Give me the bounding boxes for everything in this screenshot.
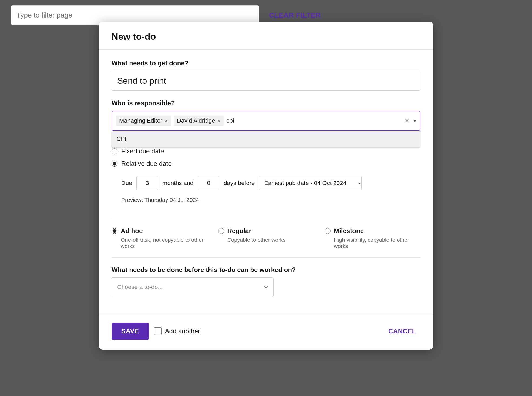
modal-body: What needs to get done? Who is responsib… xyxy=(99,50,433,307)
due-label: Due xyxy=(121,180,132,187)
add-another-label[interactable]: Add another xyxy=(165,327,200,335)
responsible-dropdown: CPI xyxy=(111,131,421,148)
prerequisite-select[interactable]: Choose a to-do... xyxy=(112,277,274,297)
divider-3 xyxy=(112,257,420,258)
relative-date-label[interactable]: Relative due date xyxy=(121,160,172,167)
remove-david-aldridge-button[interactable]: × xyxy=(217,118,221,123)
milestone-description: High visibility, copyable to other works xyxy=(325,237,420,249)
save-button[interactable]: SAVE xyxy=(112,323,149,340)
task-type-milestone: Milestone High visibility, copyable to o… xyxy=(325,227,420,249)
adhoc-radio[interactable] xyxy=(112,228,117,234)
date-options-section: Fixed due date Relative due date Due mon… xyxy=(112,147,420,211)
relative-date-radio[interactable] xyxy=(112,161,117,167)
dropdown-item-cpi[interactable]: CPI xyxy=(111,131,421,147)
clear-filter-button[interactable]: CLEAR FILTER xyxy=(265,8,325,22)
task-type-adhoc: Ad hoc One-off task, not copyable to oth… xyxy=(112,227,207,249)
divider-2 xyxy=(112,219,420,219)
months-input[interactable] xyxy=(136,176,158,190)
add-another-wrapper[interactable]: Add another xyxy=(154,327,200,335)
task-type-milestone-header: Milestone xyxy=(325,227,420,235)
fixed-date-row: Fixed due date xyxy=(112,147,420,155)
chevron-down-icon[interactable]: ▾ xyxy=(413,118,416,124)
responsible-search-input[interactable] xyxy=(226,117,402,124)
task-question-label: What needs to get done? xyxy=(112,59,420,67)
days-before-label: days before xyxy=(224,180,255,187)
days-input[interactable] xyxy=(198,176,219,190)
regular-description: Copyable to other works xyxy=(218,237,314,243)
footer-left: SAVE Add another xyxy=(112,323,200,340)
responsible-field[interactable]: Managing Editor × David Aldridge × ✕ ▾ xyxy=(112,111,420,131)
task-input[interactable] xyxy=(112,71,420,91)
prerequisite-section: What needs to be done before this to-do … xyxy=(112,266,420,297)
tag-david-aldridge: David Aldridge × xyxy=(174,116,224,126)
add-another-checkbox[interactable] xyxy=(154,327,162,335)
modal-header: New to-do xyxy=(99,22,433,50)
responsible-section: Who is responsible? Managing Editor × Da… xyxy=(112,99,420,131)
field-clear-icon[interactable]: ✕ xyxy=(404,117,410,125)
months-and-label: months and xyxy=(162,180,193,187)
modal-title: New to-do xyxy=(112,31,420,42)
regular-label[interactable]: Regular xyxy=(227,227,251,235)
task-type-regular: Regular Copyable to other works xyxy=(218,227,314,243)
responsible-question-label: Who is responsible? xyxy=(112,99,420,107)
regular-radio[interactable] xyxy=(218,228,224,234)
cancel-button[interactable]: CANCEL xyxy=(384,325,420,338)
task-type-section: Ad hoc One-off task, not copyable to oth… xyxy=(112,227,420,249)
modal-footer: SAVE Add another CANCEL xyxy=(99,315,433,350)
remove-managing-editor-button[interactable]: × xyxy=(164,118,168,123)
task-type-regular-header: Regular xyxy=(218,227,314,235)
adhoc-description: One-off task, not copyable to other work… xyxy=(112,237,207,249)
milestone-label[interactable]: Milestone xyxy=(334,227,364,235)
prerequisite-question-label: What needs to be done before this to-do … xyxy=(112,266,420,274)
task-type-adhoc-header: Ad hoc xyxy=(112,227,207,235)
due-row: Due months and days before Earliest pub … xyxy=(121,176,420,190)
relative-date-row: Relative due date xyxy=(112,160,420,167)
modal: New to-do What needs to get done? Who is… xyxy=(99,22,433,350)
adhoc-label[interactable]: Ad hoc xyxy=(121,227,143,235)
fixed-date-label[interactable]: Fixed due date xyxy=(121,147,164,155)
date-reference-select[interactable]: Earliest pub date - 04 Oct 2024 xyxy=(259,176,362,190)
milestone-radio[interactable] xyxy=(325,228,331,234)
preview-text: Preview: Thursday 04 Jul 2024 xyxy=(121,197,420,203)
field-actions: ✕ ▾ xyxy=(404,117,416,125)
tag-managing-editor: Managing Editor × xyxy=(116,116,171,126)
fixed-date-radio[interactable] xyxy=(112,148,117,154)
